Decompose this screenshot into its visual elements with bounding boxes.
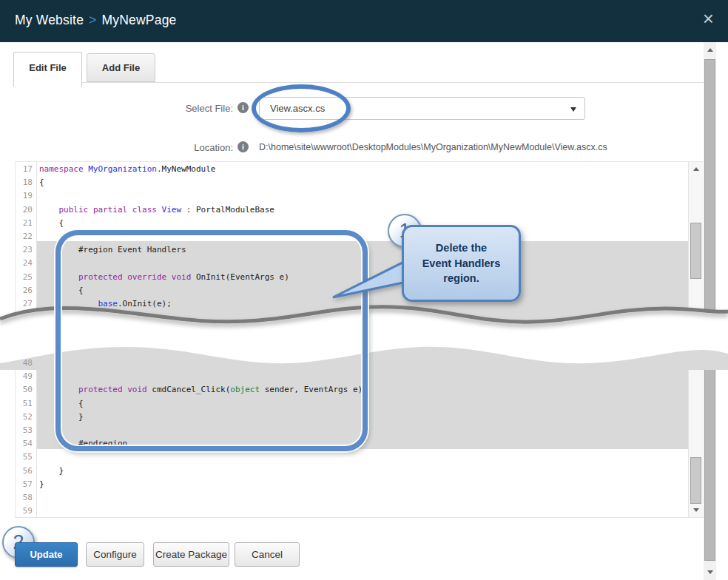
configure-button[interactable]: Configure [86, 542, 144, 567]
update-button[interactable]: Update [15, 542, 78, 567]
breadcrumb-site: My Website [15, 13, 84, 27]
tab-add-file[interactable]: Add File [87, 53, 155, 82]
line-number: 59 [16, 505, 33, 518]
code-line: 57} [16, 478, 688, 491]
line-number: 55 [16, 451, 33, 464]
line-number: 51 [16, 397, 33, 411]
line-number: 22 [16, 230, 33, 243]
main-scrollbar[interactable] [704, 42, 716, 580]
tab-edit-file[interactable]: Edit File [13, 52, 82, 87]
page-title: My Website>MyNewPage [15, 13, 177, 28]
line-number: 52 [16, 411, 33, 424]
line-number: 23 [16, 243, 33, 257]
line-number: 58 [16, 491, 33, 505]
line-number: 27 [16, 297, 33, 311]
line-number: 56 [16, 465, 33, 478]
create-package-button[interactable]: Create Package [153, 542, 229, 567]
breadcrumb-page: MyNewPage [102, 13, 177, 27]
line-number: 24 [16, 257, 33, 270]
line-number: 21 [16, 217, 33, 230]
line-number: 53 [16, 424, 33, 437]
line-number: 19 [16, 189, 33, 203]
location-value: D:\home\site\wwwroot\DesktopModules\MyOr… [259, 142, 607, 152]
scroll-down-button[interactable] [689, 504, 704, 516]
title-bar: My Website>MyNewPage × [0, 0, 728, 42]
callout-step1: Delete the Event Handlers region. [402, 225, 521, 302]
cancel-button[interactable]: Cancel [235, 542, 300, 567]
tab-underline [13, 82, 704, 83]
breadcrumb-separator: > [89, 13, 96, 27]
scroll-up-icon [707, 48, 713, 52]
scrollbar-thumb[interactable] [690, 223, 701, 279]
code-line: 58 [16, 491, 688, 505]
code-line: 56 } [16, 465, 688, 478]
region-annotation-box [55, 230, 368, 451]
code-line: 17namespace MyOrganization.MyNewModule [16, 163, 688, 176]
callout-text-line: Delete the [404, 240, 519, 256]
location-label: Location: [111, 142, 233, 153]
scroll-up-button[interactable] [704, 44, 716, 56]
select-file-label: Select File: [111, 103, 233, 114]
scrollbar-thumb[interactable] [704, 59, 715, 561]
scrollbar-thumb[interactable] [690, 457, 701, 504]
scroll-down-button[interactable] [704, 566, 716, 579]
code-line: 18{ [16, 176, 688, 189]
code-line: 59 [16, 505, 688, 518]
line-number: 57 [16, 478, 33, 491]
line-number: 25 [16, 271, 33, 284]
code-line: 55 [16, 451, 688, 464]
code-line: 20 public partial class View : PortalMod… [16, 203, 688, 217]
code-line: 19 [16, 189, 688, 203]
line-number: 18 [16, 176, 33, 189]
scroll-up-button[interactable] [689, 163, 704, 175]
line-number: 26 [16, 284, 33, 297]
line-number: 54 [16, 437, 33, 451]
info-icon[interactable]: i [237, 102, 249, 113]
line-number: 50 [16, 383, 33, 397]
code-line: 21 { [16, 217, 688, 230]
scroll-down-icon [707, 570, 713, 574]
callout-text-line: region. [404, 271, 519, 286]
annotation-ellipse [252, 84, 351, 132]
scroll-down-icon [693, 508, 699, 512]
close-icon[interactable]: × [703, 9, 714, 28]
line-number: 17 [16, 163, 33, 176]
chevron-down-icon [570, 107, 576, 112]
line-number: 20 [16, 203, 33, 217]
scroll-up-icon [693, 167, 699, 171]
code-scrollbar[interactable] [688, 162, 704, 517]
line-number: 48 [16, 357, 33, 370]
callout-text-line: Event Handlers [404, 256, 519, 272]
line-number: 49 [16, 370, 33, 383]
info-icon[interactable]: i [237, 141, 249, 152]
